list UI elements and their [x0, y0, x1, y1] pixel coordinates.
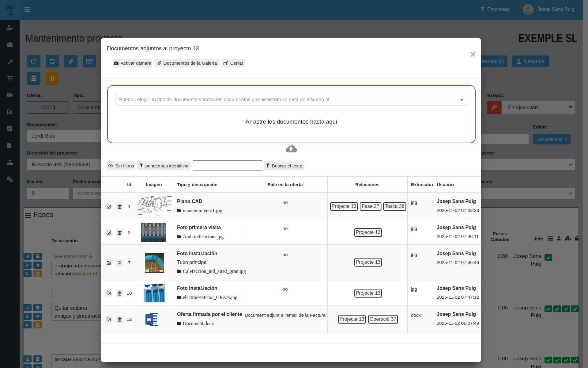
svg-text:W: W: [146, 317, 152, 323]
